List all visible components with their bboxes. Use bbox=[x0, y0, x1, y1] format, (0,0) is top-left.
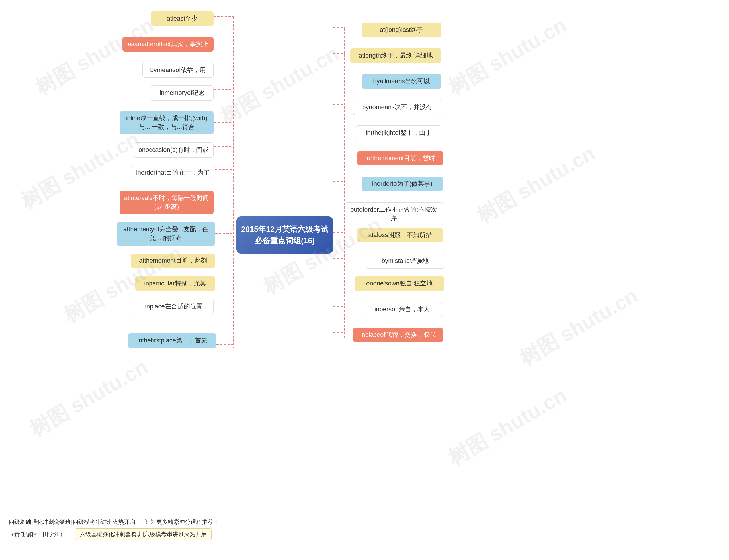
right-node-r1: at(long)last终于 bbox=[362, 23, 441, 37]
bottom-row1: 四级基础强化冲刺套餐班|四级模考串讲班火热开启 》》更多精彩冲分课程推荐： bbox=[9, 518, 219, 526]
left-node-l11: inparticular特别，尤其 bbox=[135, 276, 215, 291]
right-node-r11: onone'sown独自;独立地 bbox=[355, 276, 444, 291]
bottom-row2: （责任编辑：田学江） 六级基础强化冲刺套餐班|六级模考串讲班火热开启 bbox=[9, 528, 212, 540]
right-node-r10: bymistake错误地 bbox=[366, 254, 444, 269]
right-node-r4: bynomeans决不，并没有 bbox=[353, 100, 441, 115]
right-node-r5: in(the)lightof鉴于，由于 bbox=[356, 125, 441, 140]
watermark: 树图 shutu.cn bbox=[443, 382, 571, 471]
left-node-l12: inplace在合适的位置 bbox=[134, 299, 214, 314]
right-node-r9: ataloss困惑，不知所措 bbox=[358, 228, 443, 242]
right-node-r6: forthemoment目前，暂时 bbox=[358, 151, 443, 165]
right-node-r8: outoforder工作不正常的;不按次序 bbox=[345, 202, 443, 226]
left-node-l6: onoccasion(s)有时，间或 bbox=[134, 142, 214, 158]
left-node-l2: asamatteroffact其实，事实上 bbox=[123, 37, 214, 52]
watermark: 树图 shutu.cn bbox=[443, 11, 571, 101]
right-node-r12: inperson亲自，本人 bbox=[362, 302, 443, 317]
right-node-r13: inplaceof代替，交换，取代 bbox=[353, 328, 443, 342]
left-node-l13: inthefirstplace第一，首先 bbox=[128, 333, 217, 348]
left-node-l7: inorderthat目的在于，为了 bbox=[131, 165, 215, 180]
watermark: 树图 shutu.cn bbox=[514, 282, 643, 372]
right-node-r3: byallmeans当然可以 bbox=[362, 74, 441, 89]
left-node-l10: atthemoment目前，此刻 bbox=[131, 254, 215, 268]
watermark: 树图 shutu.cn bbox=[216, 40, 344, 130]
left-node-l4: inmemoryof纪念 bbox=[151, 85, 214, 101]
left-node-l9: atthemercyof完全受...支配，任凭 ...的摆布 bbox=[117, 222, 215, 246]
center-title: 2015年12月英语六级考试 必备重点词组(16) bbox=[236, 216, 333, 254]
left-node-l1: atleast至少 bbox=[151, 11, 214, 26]
watermark: 树图 shutu.cn bbox=[472, 140, 600, 229]
watermark: 树图 shutu.cn bbox=[25, 353, 153, 443]
watermark: 树图 shutu.cn bbox=[30, 11, 159, 101]
left-node-l8: atintervals不时，每隔一段时间(或 距离) bbox=[120, 191, 214, 214]
left-node-l5: inline成一直线，成一排;(with)与... 一致，与...符合 bbox=[120, 111, 214, 134]
left-node-l3: bymeansof依靠，用 bbox=[142, 63, 214, 78]
bottom-course-label: 六级基础强化冲刺套餐班|六级模考串讲班火热开启 bbox=[75, 528, 211, 540]
right-node-r2: atlength终于，最终;详细地 bbox=[350, 48, 441, 63]
right-node-r7: inorderto为了(做某事) bbox=[362, 177, 443, 191]
